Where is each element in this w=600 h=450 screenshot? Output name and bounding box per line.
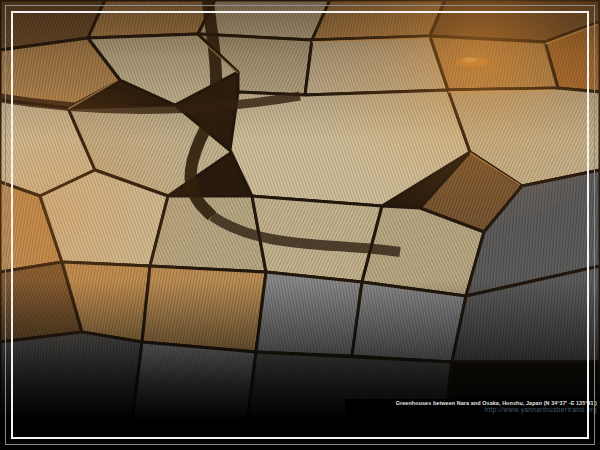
greenhouse-mosaic — [0, 0, 600, 450]
wallpaper-photo: Greenhouses between Nara and Osaka, Hons… — [0, 0, 600, 450]
photo-credit-url: http://www.yannarthusbertrand.org — [352, 406, 597, 414]
caption-bar: Greenhouses between Nara and Osaka, Hons… — [345, 399, 600, 450]
lighting-overlays — [0, 0, 600, 450]
photo-caption: Greenhouses between Nara and Osaka, Hons… — [352, 400, 597, 414]
